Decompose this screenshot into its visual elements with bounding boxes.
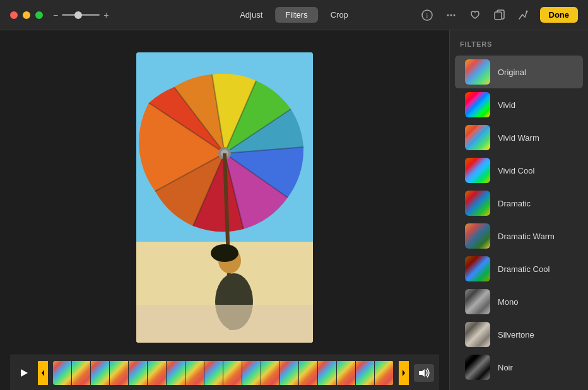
photo-frame xyxy=(136,52,313,343)
filter-item-original[interactable]: Original xyxy=(455,56,583,88)
play-button[interactable] xyxy=(15,364,33,382)
filter-label-dramatic: Dramatic xyxy=(498,199,531,208)
crop-tab[interactable]: Crop xyxy=(320,7,358,23)
maximize-button[interactable] xyxy=(35,11,43,19)
done-button[interactable]: Done xyxy=(540,7,579,23)
retouch-button[interactable] xyxy=(516,8,530,22)
svg-marker-28 xyxy=(403,370,405,376)
photo-canvas xyxy=(136,52,313,343)
filters-tab[interactable]: Filters xyxy=(275,7,317,23)
filter-label-noir: Noir xyxy=(498,363,513,372)
svg-point-6 xyxy=(526,10,527,12)
filter-label-mono: Mono xyxy=(498,297,519,307)
svg-rect-5 xyxy=(495,12,502,20)
zoom-minus-icon[interactable]: − xyxy=(53,11,58,20)
filter-thumb-dramatic xyxy=(465,191,490,216)
volume-button[interactable] xyxy=(414,364,434,382)
duplicate-button[interactable] xyxy=(492,8,506,22)
close-button[interactable] xyxy=(10,11,18,19)
filter-label-dramatic-cool: Dramatic Cool xyxy=(498,264,550,274)
filter-item-vivid-warm[interactable]: Vivid Warm xyxy=(455,121,583,154)
filters-section-title: FILTERS xyxy=(450,40,588,56)
titlebar: − + Adjust Filters Crop i xyxy=(0,0,588,30)
timeline-left-handle[interactable] xyxy=(38,361,48,385)
filter-thumb-noir xyxy=(465,355,490,380)
svg-text:i: i xyxy=(426,12,428,19)
filter-item-dramatic-cool[interactable]: Dramatic Cool xyxy=(455,252,583,285)
photo-area xyxy=(0,30,449,390)
svg-point-4 xyxy=(453,14,455,16)
svg-point-2 xyxy=(447,14,449,16)
svg-point-3 xyxy=(450,14,452,16)
zoom-plus-icon[interactable]: + xyxy=(103,11,109,20)
filter-label-vivid: Vivid xyxy=(498,100,515,110)
filter-item-mono[interactable]: Mono xyxy=(455,285,583,318)
svg-marker-27 xyxy=(42,370,44,376)
info-button[interactable]: i xyxy=(420,8,434,22)
filter-thumb-mono xyxy=(465,289,490,314)
filter-thumb-dramatic-warm xyxy=(465,223,490,249)
zoom-slider[interactable]: − + xyxy=(53,11,109,20)
timeline-strip[interactable] xyxy=(53,361,394,385)
more-button[interactable] xyxy=(444,8,458,22)
filter-thumb-dramatic-cool xyxy=(465,256,490,281)
timeline-bar xyxy=(10,355,439,390)
toolbar-right: i Done xyxy=(420,7,579,23)
filter-thumb-vivid-warm xyxy=(465,125,490,150)
toolbar-center: Adjust Filters Crop xyxy=(230,7,358,23)
main-content: FILTERS Original Vivid Vivid Warm Vivid xyxy=(0,30,588,390)
photo-container xyxy=(10,40,439,355)
timeline-right-handle[interactable] xyxy=(399,361,409,385)
heart-button[interactable] xyxy=(468,8,482,22)
filter-item-vivid[interactable]: Vivid xyxy=(455,88,583,121)
svg-rect-25 xyxy=(136,305,313,343)
filter-thumb-original xyxy=(465,59,490,85)
filter-item-dramatic-warm[interactable]: Dramatic Warm xyxy=(455,220,583,252)
traffic-lights xyxy=(10,11,43,19)
zoom-thumb[interactable] xyxy=(74,11,82,19)
svg-marker-26 xyxy=(21,369,28,377)
filter-item-silvertone[interactable]: Silvertone xyxy=(455,318,583,351)
filter-item-noir[interactable]: Noir xyxy=(455,351,583,384)
svg-marker-29 xyxy=(419,369,425,377)
adjust-tab[interactable]: Adjust xyxy=(230,7,273,23)
filter-thumb-vivid xyxy=(465,92,490,117)
filter-item-dramatic[interactable]: Dramatic xyxy=(455,187,583,220)
filter-label-dramatic-warm: Dramatic Warm xyxy=(498,232,555,241)
filter-label-vivid-warm: Vivid Warm xyxy=(498,133,539,143)
minimize-button[interactable] xyxy=(23,11,30,19)
filter-thumb-silvertone xyxy=(465,322,490,347)
filters-panel: FILTERS Original Vivid Vivid Warm Vivid xyxy=(449,30,588,390)
filter-thumb-vivid-cool xyxy=(465,158,490,183)
svg-point-24 xyxy=(211,244,238,262)
filter-label-silvertone: Silvertone xyxy=(498,330,534,340)
filter-label-original: Original xyxy=(498,68,526,77)
zoom-track[interactable] xyxy=(62,14,100,16)
filter-label-vivid-cool: Vivid Cool xyxy=(498,166,534,175)
filter-item-vivid-cool[interactable]: Vivid Cool xyxy=(455,154,583,187)
